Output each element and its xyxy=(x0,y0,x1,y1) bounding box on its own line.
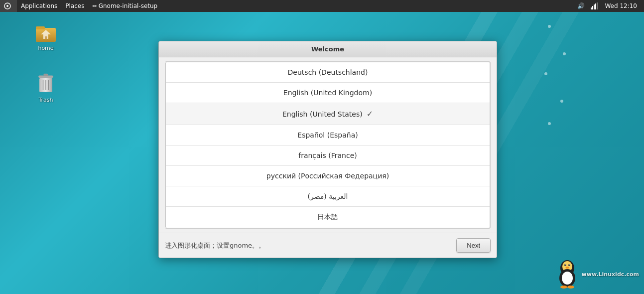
svg-rect-6 xyxy=(597,2,598,9)
language-item-russian[interactable]: русский (Российская Федерация) xyxy=(166,166,490,186)
language-item-espanol[interactable]: Español (España) xyxy=(166,125,490,146)
svg-point-1 xyxy=(6,5,8,7)
svg-rect-2 xyxy=(591,7,592,9)
svg-rect-12 xyxy=(45,36,47,39)
top-panel: Applications Places ✏ Gnome-initial-setu… xyxy=(0,0,644,12)
panel-places[interactable]: Places xyxy=(61,0,88,12)
svg-point-30 xyxy=(567,286,574,289)
panel-clock: Wed 12:10 xyxy=(602,0,640,12)
svg-rect-3 xyxy=(592,6,593,9)
desktop-icon-trash[interactable]: Trash xyxy=(26,70,66,105)
dialog-content: Deutsch (Deutschland)English (United Kin… xyxy=(159,57,497,233)
language-item-arabic[interactable]: العربية (مصر) xyxy=(166,186,490,207)
panel-left: Applications Places ✏ Gnome-initial-setu… xyxy=(0,0,574,12)
watermark: www.Linuxidc.com xyxy=(555,259,639,289)
language-list-container: Deutsch (Deutschland)English (United Kin… xyxy=(165,61,491,229)
trash-icon-svg xyxy=(35,73,57,95)
svg-point-25 xyxy=(569,265,570,266)
language-scroll-area[interactable]: Deutsch (Deutschland)English (United Kin… xyxy=(165,62,490,228)
svg-point-24 xyxy=(565,265,566,266)
selected-checkmark: ✓ xyxy=(367,109,373,119)
home-icon-label: home xyxy=(38,45,53,51)
home-folder-icon xyxy=(34,20,58,44)
welcome-dialog: Welcome Deutsch (Deutschland)English (Un… xyxy=(158,41,497,258)
language-item-francais[interactable]: français (France) xyxy=(166,146,490,166)
dialog-titlebar: Welcome xyxy=(159,41,497,57)
svg-point-26 xyxy=(565,267,569,269)
home-icon-svg xyxy=(34,20,58,44)
panel-network[interactable] xyxy=(588,0,602,12)
panel-right: 🔊 Wed 12:10 xyxy=(574,0,644,12)
desktop: Applications Places ✏ Gnome-initial-setu… xyxy=(0,0,644,294)
tux-icon xyxy=(555,259,580,289)
panel-gnome-setup[interactable]: ✏ Gnome-initial-setup xyxy=(88,0,161,12)
bottom-description: 进入图形化桌面；设置gnome。。 xyxy=(165,241,450,250)
language-item-japanese[interactable]: 日本語 xyxy=(166,207,490,228)
watermark-text: www.Linuxidc.com xyxy=(582,271,639,278)
svg-rect-14 xyxy=(43,74,48,76)
desktop-icon-home[interactable]: home xyxy=(26,18,66,53)
panel-volume[interactable]: 🔊 xyxy=(574,0,588,12)
next-button[interactable]: Next xyxy=(456,238,491,253)
trash-icon-label: Trash xyxy=(38,97,53,103)
language-list: Deutsch (Deutschland)English (United Kin… xyxy=(165,62,490,228)
svg-rect-5 xyxy=(595,3,596,9)
svg-point-29 xyxy=(560,286,567,289)
network-icon xyxy=(591,2,599,9)
svg-point-28 xyxy=(562,272,573,285)
app-menu-icon xyxy=(4,2,11,9)
language-item-english-uk[interactable]: English (United Kingdom) xyxy=(166,83,490,103)
dialog-bottom: 进入图形化桌面；设置gnome。。 Next xyxy=(159,233,497,258)
panel-applications[interactable]: Applications xyxy=(17,0,61,12)
svg-rect-4 xyxy=(594,4,595,9)
panel-app-menu[interactable] xyxy=(0,0,17,12)
dialog-title: Welcome xyxy=(311,45,344,53)
language-item-deutsch[interactable]: Deutsch (Deutschland) xyxy=(166,62,490,83)
trash-folder-icon xyxy=(34,72,58,96)
svg-rect-9 xyxy=(36,26,45,29)
language-item-english-us[interactable]: English (United States)✓ xyxy=(166,103,490,125)
